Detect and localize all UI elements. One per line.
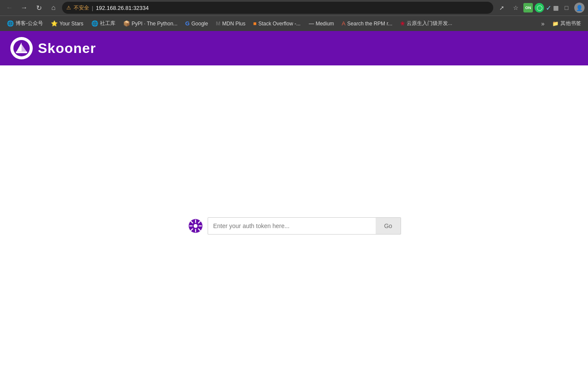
bookmark-shegongku-label: 社工库: [100, 20, 115, 27]
k8s-svg: [188, 218, 203, 234]
bookmark-stackoverflow-icon: ■: [253, 20, 257, 27]
bookmark-stars-label: Your Stars: [59, 21, 84, 27]
logo-container: Skooner: [10, 37, 96, 59]
bookmark-stackoverflow[interactable]: ■ Stack Overflow -...: [250, 19, 304, 28]
bookmark-mdn[interactable]: M MDN Plus: [212, 19, 249, 28]
share-button[interactable]: ➚: [496, 2, 508, 14]
bookmarks-bar: 🌐 博客-公众号 ⭐ Your Stars 🌐 社工库 📦 PyPI · The…: [0, 15, 588, 31]
bookmark-weixin[interactable]: 🌐 博客-公众号: [3, 18, 47, 29]
auth-form: Go: [187, 217, 401, 235]
bookmark-medium-icon: ⸻: [308, 20, 314, 27]
folder-label: 其他书签: [560, 20, 581, 27]
bookmark-weixin-label: 博客-公众号: [16, 20, 43, 27]
bookmark-mdn-label: MDN Plus: [222, 21, 246, 27]
main-content: Go: [0, 65, 588, 386]
bookmark-mdn-icon: M: [216, 20, 221, 27]
bookmark-rpm-icon: A: [342, 20, 345, 27]
bookmark-star-button[interactable]: ☆: [510, 2, 522, 14]
extension-on-icon[interactable]: ON: [523, 3, 533, 12]
folder-icon: 📁: [552, 21, 559, 27]
svg-point-5: [193, 224, 197, 228]
bookmark-google[interactable]: G Google: [182, 19, 212, 28]
logo-icon: [10, 37, 33, 59]
bookmark-pypi-icon: 📦: [123, 20, 130, 27]
bookmark-weixin-icon: 🌐: [7, 20, 14, 27]
warning-icon: ⚠: [66, 5, 71, 11]
bookmark-rpm[interactable]: A Search the RPM r...: [338, 19, 395, 28]
bookmark-stackoverflow-label: Stack Overflow -...: [258, 21, 301, 27]
user-avatar[interactable]: 👤: [574, 3, 585, 13]
bookmark-google-icon: G: [185, 20, 190, 27]
not-secure-label: 不安全: [74, 4, 89, 12]
home-button[interactable]: ⌂: [47, 2, 59, 14]
bookmark-pypi[interactable]: 📦 PyPI · The Python...: [120, 19, 181, 28]
app-name: Skooner: [38, 40, 96, 56]
bookmark-stars-icon: ⭐: [51, 20, 58, 27]
bookmark-medium[interactable]: ⸻ Medium: [305, 19, 338, 28]
bookmark-shegongku-icon: 🌐: [91, 20, 98, 27]
bookmark-huawei[interactable]: ❀ 云原生入门级开发...: [397, 18, 456, 29]
go-button[interactable]: Go: [376, 217, 401, 235]
back-button[interactable]: ←: [3, 2, 16, 14]
bookmark-pypi-label: PyPI · The Python...: [132, 21, 178, 27]
browser-actions: ➚ ☆ ON ◯ ✓ ▦ □ 👤: [496, 2, 585, 14]
bookmark-shegongku[interactable]: 🌐 社工库: [88, 18, 119, 29]
other-bookmarks-folder[interactable]: 📁 其他书签: [549, 18, 585, 29]
title-bar: ← → ↻ ⌂ ⚠ 不安全 | 192.168.26.81:32334 ➚ ☆ …: [0, 0, 588, 15]
forward-button[interactable]: →: [18, 2, 30, 14]
svg-rect-3: [16, 52, 28, 53]
reload-button[interactable]: ↻: [33, 2, 45, 14]
bookmark-huawei-label: 云原生入门级开发...: [407, 20, 452, 27]
bookmark-rpm-label: Search the RPM r...: [347, 21, 392, 27]
kubernetes-icon: [187, 217, 204, 235]
extension-check-icon[interactable]: ✓: [546, 4, 551, 12]
auth-token-input[interactable]: [208, 217, 376, 235]
logo-svg: [13, 40, 30, 56]
address-separator: |: [92, 5, 93, 11]
window-toggle-button[interactable]: □: [560, 2, 572, 14]
more-bookmarks-button[interactable]: »: [538, 19, 547, 29]
bookmark-google-label: Google: [191, 21, 208, 27]
bookmark-huawei-icon: ❀: [400, 20, 405, 27]
extension-green-icon[interactable]: ◯: [535, 3, 544, 12]
bookmark-stars[interactable]: ⭐ Your Stars: [47, 19, 87, 28]
extension-puzzle-icon[interactable]: ▦: [553, 4, 559, 11]
address-bar[interactable]: ⚠ 不安全 | 192.168.26.81:32334: [62, 2, 493, 14]
browser-chrome: ← → ↻ ⌂ ⚠ 不安全 | 192.168.26.81:32334 ➚ ☆ …: [0, 0, 588, 31]
url-text: 192.168.26.81:32334: [96, 5, 149, 11]
app-header: Skooner: [0, 31, 588, 65]
bookmark-medium-label: Medium: [316, 21, 334, 27]
